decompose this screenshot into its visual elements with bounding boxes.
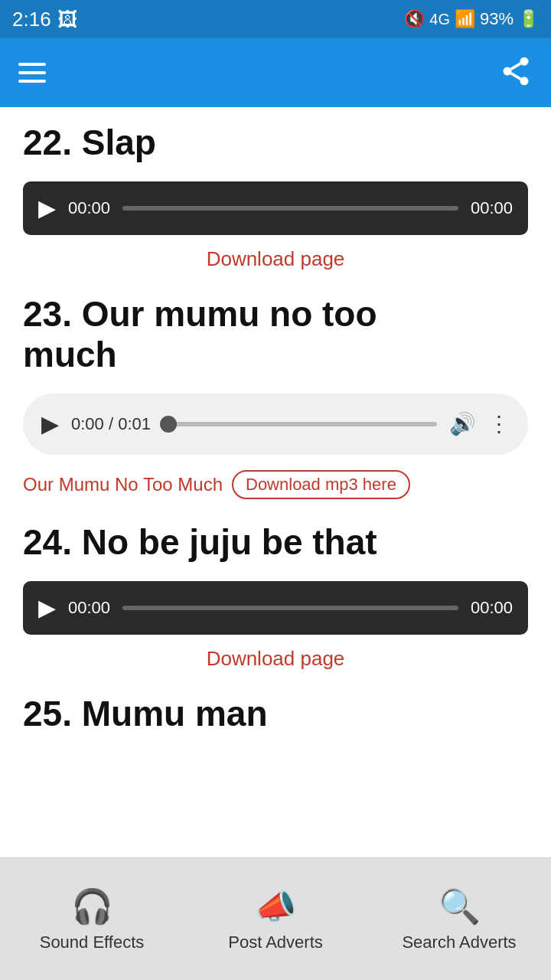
bottom-nav: 🎧 Sound Effects 📣 Post Adverts 🔍 Search …	[0, 858, 551, 980]
track-22-play-button[interactable]: ▶	[38, 194, 56, 221]
track-23-progress-bar[interactable]	[163, 422, 437, 426]
battery-icon: 🔋	[518, 9, 539, 29]
signal-icon: 📶	[455, 9, 475, 29]
svg-point-1	[504, 67, 512, 76]
nav-sound-effects[interactable]: 🎧 Sound Effects	[0, 887, 184, 952]
app-bar	[0, 38, 551, 107]
network-type: 4G	[429, 11, 450, 28]
track-22-duration: 00:00	[471, 198, 513, 218]
battery-level: 93%	[480, 9, 514, 29]
track-24-download-link[interactable]: Download page	[23, 647, 528, 671]
mute-icon: 🔇	[404, 9, 425, 29]
track-22-player: ▶ 00:00 00:00	[23, 181, 528, 235]
gallery-icon: 🖼	[57, 8, 77, 31]
track-24-title: 24. No be juju be that	[23, 522, 528, 563]
hamburger-line-1	[18, 63, 46, 66]
hamburger-line-3	[18, 80, 46, 83]
track-24-player: ▶ 00:00 00:00	[23, 581, 528, 635]
megaphone-icon: 📣	[255, 887, 297, 926]
share-button[interactable]	[499, 54, 533, 91]
main-content: 22. Slap ▶ 00:00 00:00 Download page 23.…	[0, 107, 551, 890]
status-bar-left: 2:16 🖼	[12, 8, 77, 31]
headphones-icon: 🎧	[71, 887, 113, 926]
track-24-play-button[interactable]: ▶	[38, 594, 56, 621]
track-25-title: 25. Mumu man	[23, 694, 528, 734]
track-25-section: 25. Mumu man	[23, 694, 528, 734]
status-time: 2:16	[12, 8, 51, 31]
search-icon: 🔍	[439, 887, 481, 926]
track-24-progress-bar[interactable]	[122, 606, 458, 610]
track-22-section: 22. Slap ▶ 00:00 00:00 Download page	[23, 122, 528, 271]
track-22-progress-bar[interactable]	[122, 206, 458, 211]
status-bar: 2:16 🖼 🔇 4G 📶 93% 🔋	[0, 0, 551, 38]
track-23-section: 23. Our mumu no toomuch ▶ 0:00 / 0:01 🔊 …	[23, 294, 528, 499]
svg-line-4	[511, 64, 521, 69]
nav-search-adverts[interactable]: 🔍 Search Adverts	[367, 887, 551, 952]
track-22-current-time: 00:00	[68, 198, 110, 218]
track-22-title: 22. Slap	[23, 122, 528, 163]
track-23-progress-thumb	[160, 416, 177, 433]
svg-point-0	[520, 57, 529, 66]
track-23-more-button[interactable]: ⋮	[488, 411, 510, 436]
svg-point-2	[520, 77, 529, 85]
hamburger-line-2	[18, 71, 46, 74]
nav-sound-effects-label: Sound Effects	[40, 933, 145, 952]
track-23-title: 23. Our mumu no toomuch	[23, 294, 528, 375]
svg-line-3	[511, 74, 521, 79]
nav-post-adverts-label: Post Adverts	[228, 933, 323, 952]
nav-post-adverts[interactable]: 📣 Post Adverts	[184, 887, 367, 952]
track-23-player: ▶ 0:00 / 0:01 🔊 ⋮	[23, 394, 528, 455]
track-24-current-time: 00:00	[68, 598, 110, 618]
status-bar-right: 🔇 4G 📶 93% 🔋	[404, 9, 539, 29]
track-23-download-row: Our Mumu No Too Much Download mp3 here	[23, 470, 528, 499]
track-23-time-text: 0:00 / 0:01	[71, 414, 151, 434]
track-22-download-link[interactable]: Download page	[23, 247, 528, 271]
track-23-mp3-badge[interactable]: Download mp3 here	[232, 470, 410, 499]
share-icon	[499, 54, 533, 88]
track-23-name-label: Our Mumu No Too Much	[23, 474, 223, 495]
track-24-duration: 00:00	[471, 598, 513, 618]
hamburger-menu[interactable]	[18, 63, 46, 83]
track-23-volume-button[interactable]: 🔊	[449, 411, 476, 436]
nav-search-adverts-label: Search Adverts	[402, 933, 516, 952]
track-23-play-button[interactable]: ▶	[41, 410, 59, 437]
track-24-section: 24. No be juju be that ▶ 00:00 00:00 Dow…	[23, 522, 528, 671]
